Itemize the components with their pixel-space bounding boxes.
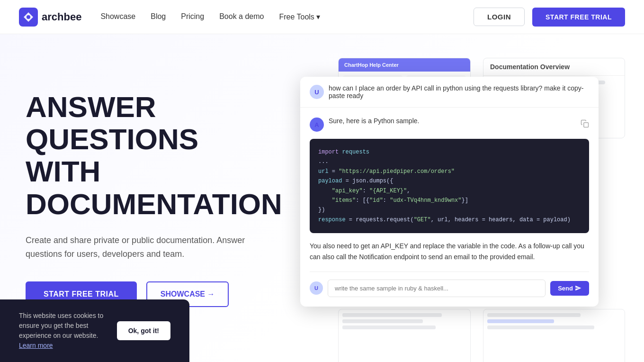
code-block: import requests ... url = "https://api.p… (310, 139, 589, 233)
cookie-message: This website uses cookies to ensure you … (19, 312, 103, 339)
nav-free-tools[interactable]: Free Tools ▾ (279, 12, 320, 21)
user-avatar: U (310, 85, 324, 99)
chat-answer-row: A Sure, here is a Python sample. (310, 117, 589, 132)
mini-ui-header: ChartHop Help Center (339, 58, 470, 72)
hero-title-line2: WITH DOCUMENTATION (26, 155, 282, 220)
logo[interactable]: archbee (19, 8, 81, 27)
hero-visual: ChartHop Help Center Help article Gettin… (300, 63, 625, 347)
nav-showcase[interactable]: Showcase (100, 12, 135, 21)
hero-title: ANSWER QUESTIONS WITH DOCUMENTATION (26, 91, 300, 220)
hero-content: ANSWER QUESTIONS WITH DOCUMENTATION Crea… (26, 63, 300, 324)
nav-trial-button[interactable]: START FREE TRIAL (532, 8, 625, 27)
chat-input[interactable] (328, 280, 546, 297)
chat-window: U how can I place an order by API call i… (300, 77, 599, 307)
hero-title-line1: ANSWER QUESTIONS (26, 90, 198, 155)
svg-point-1 (27, 15, 30, 19)
chat-question-text: how can I place an order by API call in … (329, 84, 589, 100)
send-icon (575, 285, 581, 291)
chat-question-row: U how can I place an order by API call i… (300, 77, 599, 108)
svg-rect-2 (584, 123, 589, 127)
chat-followup-text: You also need to get an API_KEY and repl… (310, 241, 589, 262)
nav-left: archbee Showcase Blog Pricing Book a dem… (19, 8, 320, 27)
bot-avatar: A (310, 118, 324, 132)
hero-subtitle: Create and share private or public docum… (26, 234, 272, 261)
user-input-avatar: U (310, 281, 323, 295)
bottom-left-mini (338, 309, 471, 362)
send-button[interactable]: Send (550, 281, 589, 296)
bottom-right-mini (483, 309, 625, 362)
doc-overview-title: Documentation Overview (483, 58, 625, 76)
logo-text: archbee (42, 11, 81, 23)
chat-answer-text: Sure, here is a Python sample. (329, 117, 419, 125)
copy-icon[interactable] (581, 119, 589, 130)
login-button[interactable]: LOGIN (474, 8, 525, 26)
chat-body: A Sure, here is a Python sample. import … (300, 108, 599, 307)
nav-book-demo[interactable]: Book a demo (219, 12, 264, 21)
cookie-ok-button[interactable]: Ok, got it! (117, 321, 170, 340)
cookie-text: This website uses cookies to ensure you … (19, 311, 117, 351)
nav-links: Showcase Blog Pricing Book a demo Free T… (100, 12, 320, 21)
learn-more-link[interactable]: Learn more (19, 342, 53, 349)
nav-pricing[interactable]: Pricing (181, 12, 204, 21)
logo-icon (19, 8, 38, 27)
nav-right: LOGIN START FREE TRIAL (474, 8, 625, 27)
send-label: Send (558, 285, 573, 292)
nav-blog[interactable]: Blog (151, 12, 166, 21)
chat-input-row: U Send (310, 272, 589, 297)
mini-ui-title: ChartHop Help Center (344, 62, 399, 68)
learn-more-label: Learn more (19, 342, 53, 349)
navbar: archbee Showcase Blog Pricing Book a dem… (0, 0, 644, 34)
cookie-banner: This website uses cookies to ensure you … (0, 299, 189, 362)
